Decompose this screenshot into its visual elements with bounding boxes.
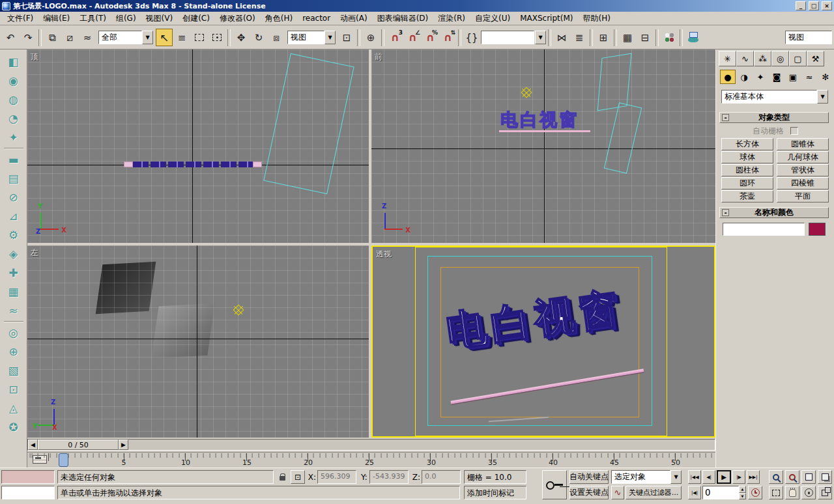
key-mode-toggle[interactable]: |◀| — [688, 486, 701, 499]
plane-button[interactable]: 平面 — [777, 190, 829, 203]
viewport-perspective[interactable]: 透视 电白视窗 — [371, 245, 715, 438]
linear-dashpot-icon[interactable]: ⊘ — [4, 188, 23, 206]
redo-button[interactable]: ↷ — [20, 29, 36, 46]
zoom-extents-button[interactable] — [801, 470, 816, 484]
dropdown-arrow-icon[interactable]: ▼ — [324, 31, 336, 44]
named-selection-sets-button[interactable]: {} — [463, 29, 480, 46]
soft-body-collection-icon[interactable]: ◍ — [4, 90, 23, 109]
fracture-icon[interactable]: ▦ — [4, 282, 23, 301]
logo-block-light-object[interactable] — [151, 303, 214, 359]
select-by-name-button[interactable]: ≡ — [173, 29, 190, 46]
prismatic-constraint-icon[interactable]: ◬ — [4, 399, 23, 417]
play-button[interactable]: ▶ — [717, 470, 731, 484]
object-name-input[interactable] — [723, 223, 805, 236]
absolute-mode-toggle[interactable]: ⊡ — [291, 470, 305, 484]
title-bar[interactable]: 第七场景-LOGO.max - Autodesk 3ds Max 8 - Sta… — [0, 0, 834, 12]
menu-customize[interactable]: 自定义(U) — [470, 12, 515, 25]
tab-create[interactable]: ✳ — [719, 51, 736, 66]
named-selection-input[interactable] — [481, 31, 534, 44]
macro-recorder-mini-listener[interactable] — [1, 470, 55, 484]
rope-collection-icon[interactable]: ◔ — [4, 109, 23, 128]
category-helpers-button[interactable]: ▣ — [785, 70, 801, 84]
snap-toggle-button[interactable]: ∩3 — [386, 29, 403, 46]
collapse-icon[interactable]: - — [722, 209, 729, 216]
tab-hierarchy[interactable]: ⁂ — [754, 51, 771, 66]
wind-icon[interactable]: ◈ — [4, 244, 23, 263]
torus-button[interactable]: 圆环 — [721, 177, 773, 189]
tab-display[interactable]: ▢ — [789, 51, 807, 66]
y-coordinate-field[interactable]: -543.939 — [369, 470, 409, 484]
category-cameras-button[interactable]: ◙ — [769, 70, 784, 84]
viewport-perspective-label[interactable]: 透视 — [376, 249, 392, 260]
menu-help[interactable]: 帮助(H) — [578, 12, 614, 25]
minimize-button[interactable]: _ — [796, 1, 806, 10]
spinner-snap-button[interactable]: ∩⇅ — [439, 29, 456, 46]
object-color-swatch[interactable] — [809, 223, 826, 236]
menu-animation[interactable]: 动画(A) — [336, 12, 372, 25]
tab-utilities[interactable]: ⚒ — [807, 51, 824, 66]
select-and-rotate-button[interactable]: ↻ — [250, 29, 267, 46]
maxscript-mini-listener[interactable] — [1, 486, 55, 499]
dropdown-arrow-icon[interactable]: ▼ — [142, 31, 153, 44]
object-type-rollout-header[interactable]: - 对象类型 — [719, 112, 829, 123]
zoom-button[interactable] — [769, 470, 783, 484]
frame-spinner[interactable]: ▲ ▼ — [739, 486, 746, 499]
spinner-up-icon[interactable]: ▲ — [739, 486, 746, 493]
collapse-icon[interactable]: - — [722, 114, 729, 121]
material-editor-button[interactable] — [661, 29, 678, 46]
plane-helper-icon[interactable]: ▬ — [4, 150, 23, 169]
menu-file[interactable]: 文件(F) — [3, 12, 38, 25]
time-slider[interactable]: ◀ 0 / 50 ▶ — [27, 439, 715, 451]
tube-button[interactable]: 管状体 — [777, 164, 829, 176]
menu-reactor[interactable]: reactor — [298, 12, 335, 24]
menu-modifiers[interactable]: 修改器(O) — [215, 12, 260, 25]
time-configuration-button[interactable] — [748, 486, 762, 499]
logo-block-dark-object[interactable] — [96, 262, 156, 314]
wireframe-plane-object[interactable] — [263, 53, 354, 194]
wireframe-plane-object[interactable] — [597, 53, 632, 111]
category-systems-button[interactable]: ✻ — [818, 70, 833, 84]
cloth-collection-icon[interactable]: ◉ — [4, 71, 23, 90]
undo-button[interactable]: ↶ — [2, 29, 19, 46]
menu-tools[interactable]: 工具(T) — [75, 12, 111, 25]
wireframe-plane-object[interactable] — [604, 102, 642, 173]
zoom-all-button[interactable] — [785, 470, 799, 484]
angle-snap-button[interactable]: ∩∠ — [404, 29, 421, 46]
teapot-button[interactable]: 茶壶 — [721, 190, 773, 203]
close-button[interactable]: × — [822, 1, 832, 10]
logo-object-front-view[interactable]: 电白视窗 — [500, 108, 579, 132]
dropdown-arrow-icon[interactable]: ▼ — [535, 31, 546, 44]
zoom-extents-all-button[interactable] — [818, 470, 832, 484]
menu-views[interactable]: 视图(V) — [141, 12, 178, 25]
track-bar-frame-grip[interactable] — [59, 453, 68, 467]
schematic-view-button[interactable]: ⊟ — [637, 29, 654, 46]
pyramid-button[interactable]: 四棱锥 — [777, 177, 829, 189]
reference-coordinate-dropdown[interactable]: 视图 ▼ — [287, 31, 336, 44]
pan-button[interactable] — [785, 486, 799, 499]
menu-maxscript[interactable]: MAXScript(M) — [515, 12, 577, 24]
menu-create[interactable]: 创建(C) — [178, 12, 214, 25]
motor-icon[interactable]: ⚙ — [4, 225, 23, 244]
time-slider-right-arrow[interactable]: ▶ — [119, 440, 128, 450]
autogrid-checkbox[interactable] — [790, 127, 798, 135]
selection-set-dropdown[interactable]: 选定对象 ▼ — [611, 470, 682, 484]
menu-group[interactable]: 组(G) — [111, 12, 141, 25]
constraint-solver-icon[interactable]: ◎ — [4, 323, 23, 342]
category-shapes-button[interactable]: ◑ — [736, 70, 752, 84]
use-pivot-center-button[interactable]: ⊡ — [338, 29, 355, 46]
viewport-front-label[interactable]: 前 — [375, 51, 382, 63]
z-coordinate-field[interactable]: 0.0 — [422, 470, 461, 484]
cylinder-button[interactable]: 圆柱体 — [721, 164, 773, 176]
select-and-scale-button[interactable]: ⧈ — [268, 29, 285, 46]
layer-manager-button[interactable]: ⊞ — [595, 29, 612, 46]
set-key-button[interactable]: 设置关键点 — [569, 486, 609, 499]
spinner-down-icon[interactable]: ▼ — [739, 493, 746, 500]
logo-object-top-view[interactable] — [124, 161, 262, 167]
helper-marker[interactable] — [233, 305, 244, 316]
box-button[interactable]: 长方体 — [721, 138, 773, 150]
tab-modify[interactable]: ∿ — [736, 51, 754, 66]
water-icon[interactable]: ≈ — [4, 301, 23, 320]
sphere-button[interactable]: 球体 — [721, 151, 773, 163]
render-view-field[interactable]: 视图 — [785, 31, 832, 44]
go-to-start-button[interactable]: |◀◀ — [688, 470, 701, 484]
